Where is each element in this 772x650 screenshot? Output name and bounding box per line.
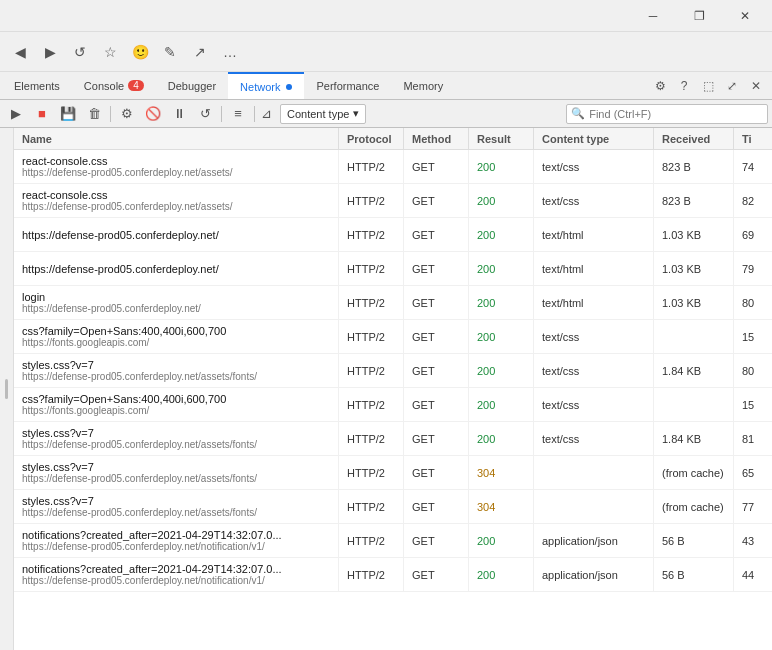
- cell-name: https://defense-prod05.conferdeploy.net/: [14, 218, 339, 251]
- cell-time: 44: [734, 558, 772, 591]
- table-row[interactable]: login https://defense-prod05.conferdeplo…: [14, 286, 772, 320]
- cell-method: GET: [404, 184, 469, 217]
- record-button[interactable]: ▶: [4, 103, 28, 125]
- col-header-protocol[interactable]: Protocol: [339, 128, 404, 149]
- table-row[interactable]: styles.css?v=7 https://defense-prod05.co…: [14, 354, 772, 388]
- console-error-badge: 4: [128, 80, 144, 91]
- stop-button[interactable]: ■: [30, 103, 54, 125]
- content-type-chevron-icon: ▾: [353, 107, 359, 120]
- col-header-received[interactable]: Received: [654, 128, 734, 149]
- undock-icon[interactable]: ⤢: [720, 74, 744, 98]
- col-header-method[interactable]: Method: [404, 128, 469, 149]
- close-button[interactable]: ✕: [722, 0, 768, 32]
- col-header-result[interactable]: Result: [469, 128, 534, 149]
- settings-list-button[interactable]: ≡: [226, 103, 250, 125]
- cell-received: [654, 320, 734, 353]
- cell-name: login https://defense-prod05.conferdeplo…: [14, 286, 339, 319]
- find-input[interactable]: [589, 108, 763, 120]
- devtools-close-icon[interactable]: ✕: [744, 74, 768, 98]
- table-row[interactable]: notifications?created_after=2021-04-29T1…: [14, 558, 772, 592]
- cell-content-type: text/html: [534, 252, 654, 285]
- cell-protocol: HTTP/2: [339, 558, 404, 591]
- cell-received: 1.84 KB: [654, 422, 734, 455]
- pause-button[interactable]: ⏸: [167, 103, 191, 125]
- dock-icon[interactable]: ⬚: [696, 74, 720, 98]
- cell-time: 74: [734, 150, 772, 183]
- content-type-filter[interactable]: Content type ▾: [280, 104, 366, 124]
- devtools-tabbar: Elements Console 4 Debugger Network Perf…: [0, 72, 772, 100]
- cell-content-type: text/css: [534, 184, 654, 217]
- settings-gear-icon[interactable]: ⚙: [648, 74, 672, 98]
- cell-method: GET: [404, 456, 469, 489]
- cell-result: 200: [469, 354, 534, 387]
- cell-protocol: HTTP/2: [339, 184, 404, 217]
- profile-icon[interactable]: 🙂: [128, 40, 152, 64]
- tab-performance[interactable]: Performance: [304, 72, 391, 99]
- table-row[interactable]: react-console.css https://defense-prod05…: [14, 184, 772, 218]
- cell-method: GET: [404, 558, 469, 591]
- back-icon[interactable]: ◀: [8, 40, 32, 64]
- more-icon[interactable]: …: [218, 40, 242, 64]
- cell-content-type: application/json: [534, 558, 654, 591]
- cell-content-type: text/html: [534, 218, 654, 251]
- question-icon[interactable]: ?: [672, 74, 696, 98]
- table-body: react-console.css https://defense-prod05…: [14, 150, 772, 650]
- cell-result: 200: [469, 286, 534, 319]
- cell-received: [654, 388, 734, 421]
- cell-method: GET: [404, 524, 469, 557]
- find-input-wrapper: 🔍: [566, 104, 768, 124]
- tab-console[interactable]: Console 4: [72, 72, 156, 99]
- cell-result: 304: [469, 490, 534, 523]
- cell-name: react-console.css https://defense-prod05…: [14, 150, 339, 183]
- cell-result: 200: [469, 218, 534, 251]
- cell-content-type: text/css: [534, 354, 654, 387]
- cell-result: 200: [469, 558, 534, 591]
- cell-method: GET: [404, 218, 469, 251]
- cell-protocol: HTTP/2: [339, 320, 404, 353]
- save-button[interactable]: 💾: [56, 103, 80, 125]
- table-row[interactable]: css?family=Open+Sans:400,400i,600,700 ht…: [14, 388, 772, 422]
- tab-network[interactable]: Network: [228, 72, 304, 99]
- pen-icon[interactable]: ✎: [158, 40, 182, 64]
- cell-name: notifications?created_after=2021-04-29T1…: [14, 524, 339, 557]
- minimize-button[interactable]: ─: [630, 0, 676, 32]
- cell-protocol: HTTP/2: [339, 388, 404, 421]
- table-row[interactable]: https://defense-prod05.conferdeploy.net/…: [14, 218, 772, 252]
- table-row[interactable]: notifications?created_after=2021-04-29T1…: [14, 524, 772, 558]
- clear-button[interactable]: 🗑: [82, 103, 106, 125]
- col-header-name[interactable]: Name: [14, 128, 339, 149]
- cell-received: 1.84 KB: [654, 354, 734, 387]
- cell-protocol: HTTP/2: [339, 524, 404, 557]
- share-icon[interactable]: ↗: [188, 40, 212, 64]
- table-row[interactable]: css?family=Open+Sans:400,400i,600,700 ht…: [14, 320, 772, 354]
- cell-content-type: text/html: [534, 286, 654, 319]
- cell-method: GET: [404, 320, 469, 353]
- col-header-time[interactable]: Ti: [734, 128, 772, 149]
- tab-debugger[interactable]: Debugger: [156, 72, 228, 99]
- cell-result: 200: [469, 524, 534, 557]
- cell-method: GET: [404, 252, 469, 285]
- network-recording-dot: [286, 84, 292, 90]
- table-row[interactable]: styles.css?v=7 https://defense-prod05.co…: [14, 456, 772, 490]
- cell-time: 65: [734, 456, 772, 489]
- reload-button[interactable]: ↺: [193, 103, 217, 125]
- table-row[interactable]: styles.css?v=7 https://defense-prod05.co…: [14, 422, 772, 456]
- table-row[interactable]: react-console.css https://defense-prod05…: [14, 150, 772, 184]
- block-button[interactable]: 🚫: [141, 103, 165, 125]
- bookmark-icon[interactable]: ☆: [98, 40, 122, 64]
- cell-name: css?family=Open+Sans:400,400i,600,700 ht…: [14, 388, 339, 421]
- table-row[interactable]: https://defense-prod05.conferdeploy.net/…: [14, 252, 772, 286]
- search-icon: 🔍: [571, 107, 585, 120]
- col-header-content-type[interactable]: Content type: [534, 128, 654, 149]
- forward-icon[interactable]: ▶: [38, 40, 62, 64]
- refresh-icon[interactable]: ↺: [68, 40, 92, 64]
- cell-name: react-console.css https://defense-prod05…: [14, 184, 339, 217]
- tab-elements[interactable]: Elements: [2, 72, 72, 99]
- filter-icon-button[interactable]: ⚙: [115, 103, 139, 125]
- cell-time: 80: [734, 354, 772, 387]
- tab-memory[interactable]: Memory: [391, 72, 455, 99]
- maximize-button[interactable]: ❐: [676, 0, 722, 32]
- cell-method: GET: [404, 354, 469, 387]
- cell-protocol: HTTP/2: [339, 422, 404, 455]
- table-row[interactable]: styles.css?v=7 https://defense-prod05.co…: [14, 490, 772, 524]
